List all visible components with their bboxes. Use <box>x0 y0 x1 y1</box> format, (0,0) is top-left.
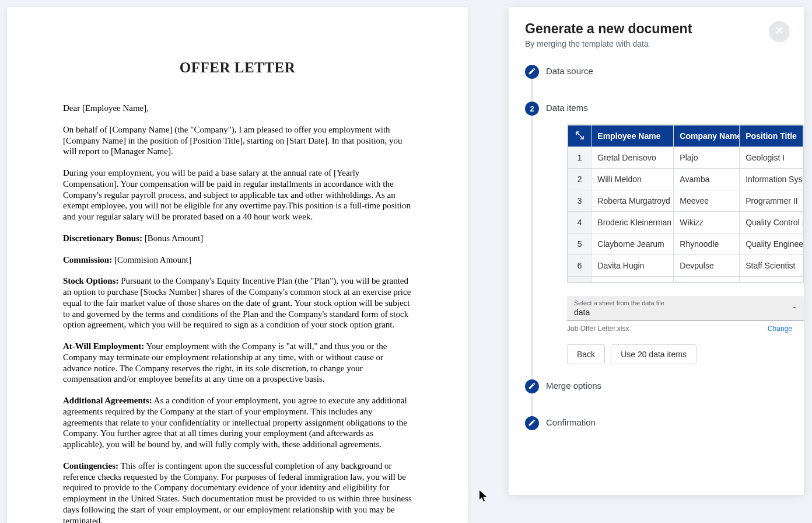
row-index: 3 <box>568 190 592 212</box>
cell-pos: Staff Scientist <box>740 255 803 277</box>
file-row: Job Offer Letter.xlsx Change <box>567 325 804 333</box>
step-icon-edit <box>525 416 539 430</box>
bonus-value: [Bonus Amount] <box>142 233 203 243</box>
atwill-label: At-Will Employment: <box>63 341 144 351</box>
stock-label: Stock Options: <box>63 276 118 285</box>
salary-paragraph: During your employment, you will be paid… <box>63 168 412 222</box>
step-label: Data items <box>546 102 804 113</box>
table-row-partial <box>568 277 803 283</box>
cell-pos: Programmer II <box>740 190 803 212</box>
table-header-row: Employee Name Company Name Position Titl… <box>568 125 803 147</box>
step-label: Merge options <box>546 379 804 390</box>
table-row[interactable]: 1 Gretal Denisovo Plajo Geologist I <box>568 147 803 169</box>
cell-emp: Roberta Murgatroyd <box>592 190 674 212</box>
row-index: 6 <box>568 255 592 277</box>
cell-emp: Davita Hugin <box>592 255 674 277</box>
row-index: 5 <box>568 233 592 255</box>
close-icon <box>774 25 785 39</box>
table-row[interactable]: 5 Clayborne Jearum Rhynoodle Quality Eng… <box>568 233 803 255</box>
col-employee-name[interactable]: Employee Name <box>592 125 674 147</box>
close-button[interactable] <box>769 21 790 42</box>
data-table[interactable]: Employee Name Company Name Position Titl… <box>567 124 804 283</box>
cell-emp: Broderic Kleinerman <box>592 212 674 233</box>
row-index: 1 <box>568 147 592 169</box>
row-index: 4 <box>568 212 592 233</box>
use-data-items-button[interactable]: Use 20 data items <box>611 344 696 364</box>
table-row[interactable]: 2 Willi Meldon Avamba Information Sys <box>568 169 803 190</box>
table-row[interactable]: 3 Roberta Murgatroyd Meevee Programmer I… <box>568 190 803 212</box>
data-items-content: Employee Name Company Name Position Titl… <box>567 113 804 379</box>
sheet-select[interactable]: Select a sheet from the data file data <box>567 296 804 321</box>
generate-document-panel: Generate a new document By merging the t… <box>509 7 804 495</box>
change-file-link[interactable]: Change <box>768 325 792 333</box>
step-icon-edit <box>525 379 539 393</box>
step-icon-edit <box>525 65 539 79</box>
step-data-items[interactable]: 2 Data items <box>525 102 804 379</box>
commission-value: [Commision Amount] <box>112 255 191 264</box>
intro-paragraph: On behalf of [Company Name] (the "Compan… <box>63 124 412 157</box>
back-button[interactable]: Back <box>567 344 605 364</box>
pencil-icon <box>528 382 536 392</box>
col-position-title[interactable]: Position Title <box>740 125 803 147</box>
table-corner-expand[interactable] <box>568 125 592 147</box>
document-preview: OFFER LETTER Dear [Employee Name], On be… <box>7 7 468 523</box>
commission-line: Commission: [Commision Amount] <box>63 254 412 266</box>
row-index: 2 <box>568 169 592 190</box>
col-company-name[interactable]: Company Name <box>674 125 740 147</box>
contingencies-label: Contingencies: <box>63 461 118 470</box>
sheet-select-value: data <box>574 308 797 317</box>
panel-subtitle: By merging the template with data <box>525 39 762 48</box>
cell-comp: Rhynoodle <box>674 233 740 255</box>
pencil-icon <box>528 419 536 428</box>
atwill-paragraph: At-Will Employment: Your employment with… <box>63 341 412 385</box>
greeting: Dear [Employee Name], <box>63 103 412 114</box>
cell-pos: Geologist I <box>740 147 803 169</box>
cell-pos: Quality Engineer <box>740 233 803 255</box>
document-body: Dear [Employee Name], On behalf of [Comp… <box>63 103 412 523</box>
chevron-down-icon <box>791 303 798 313</box>
panel-title: Generate a new document <box>525 21 762 37</box>
document-title: OFFER LETTER <box>63 60 412 76</box>
step-merge-options[interactable]: Merge options <box>525 379 804 416</box>
cell-emp: Clayborne Jearum <box>592 233 674 255</box>
step-data-source[interactable]: Data source <box>525 65 804 102</box>
bonus-line: Discretionary Bonus: [Bonus Amount] <box>63 233 412 244</box>
table-row[interactable]: 6 Davita Hugin Devpulse Staff Scientist <box>568 255 803 277</box>
cell-emp: Gretal Denisovo <box>592 147 674 169</box>
cell-pos: Quality Control S <box>740 212 803 233</box>
contingencies-paragraph: Contingencies: This offer is contingent … <box>63 461 412 523</box>
file-name: Job Offer Letter.xlsx <box>567 325 629 333</box>
cell-comp: Meevee <box>674 190 740 212</box>
cell-pos: Information Sys <box>740 169 803 190</box>
bonus-label: Discretionary Bonus: <box>63 233 142 243</box>
additional-label: Additional Agreements: <box>63 396 152 405</box>
step-label: Confirmation <box>546 416 804 427</box>
cell-emp: Willi Meldon <box>592 169 674 190</box>
cell-comp: Avamba <box>674 169 740 190</box>
step-label: Data source <box>546 65 804 76</box>
sheet-select-label: Select a sheet from the data file <box>574 299 797 306</box>
cell-comp: Devpulse <box>674 255 740 277</box>
step-number-2: 2 <box>525 102 539 116</box>
table-row[interactable]: 4 Broderic Kleinerman Wikizz Quality Con… <box>568 212 803 233</box>
commission-label: Commission: <box>63 255 112 264</box>
stepper: Data source 2 Data items <box>525 65 804 433</box>
stock-paragraph: Stock Options: Pursuant to the Company's… <box>63 276 412 330</box>
step-num-text: 2 <box>530 104 534 113</box>
additional-paragraph: Additional Agreements: As a condition of… <box>63 395 412 450</box>
expand-icon <box>575 133 585 142</box>
cell-comp: Wikizz <box>674 212 740 233</box>
cell-comp: Plajo <box>674 147 740 169</box>
pencil-icon <box>528 67 536 77</box>
step-confirmation[interactable]: Confirmation <box>525 416 804 433</box>
